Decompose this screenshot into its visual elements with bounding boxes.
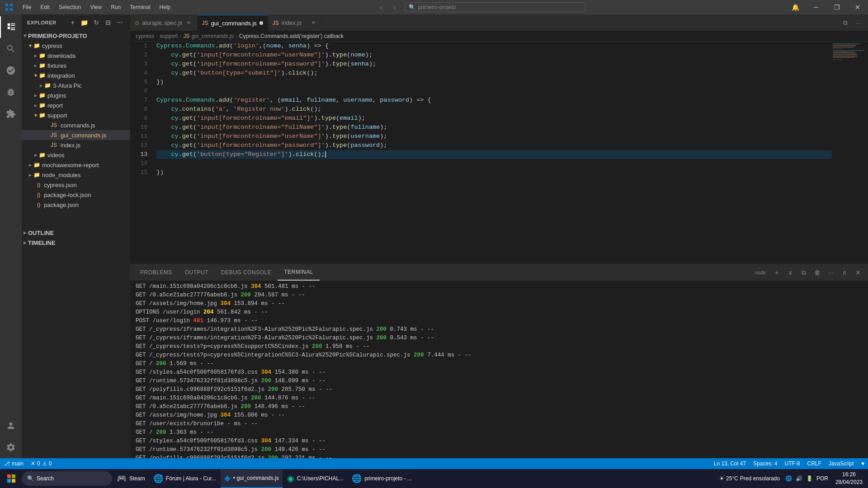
panel-tab-problems[interactable]: PROBLEMS — [134, 265, 179, 281]
notifications-button[interactable]: 🔔 — [785, 0, 806, 14]
delete-terminal-button[interactable]: 🗑 — [811, 266, 824, 279]
line-num-7: 7 — [130, 96, 147, 105]
term-line-1: GET /main.151c698a04206c1c8cb6.js 304 50… — [136, 282, 863, 291]
language-text: JavaScript — [829, 460, 854, 467]
terminal-output[interactable]: GET /main.151c698a04206c1c8cb6.js 304 50… — [130, 281, 868, 458]
command-palette[interactable]: 🔍 primeiro-projeto — [405, 2, 585, 12]
chevron-right-icon: ▸ — [24, 230, 26, 236]
cursor-position[interactable]: Ln 13, Col 47 — [710, 458, 750, 469]
tree-item-gui-commands-js[interactable]: JS gui_commands.js — [22, 130, 130, 140]
taskbar-vscode[interactable]: ◆ • gui_commands.js — [221, 469, 283, 488]
taskbar-cypress[interactable]: ◉ C:\Users\PICHAL... — [283, 469, 347, 488]
tree-item-integration[interactable]: ▾ 📁 integration — [22, 70, 130, 80]
taskbar-chrome[interactable]: 🌐 primeiro-projeto - ... — [348, 469, 415, 488]
close-panel-button[interactable]: ✕ — [852, 266, 864, 279]
menu-run[interactable]: Run — [106, 0, 125, 14]
menu-file[interactable]: File — [18, 0, 36, 14]
tree-item-plugins[interactable]: ▸ 📁 plugins — [22, 90, 130, 100]
maximize-panel-button[interactable]: ∧ — [838, 266, 851, 279]
add-terminal-button[interactable]: + — [770, 266, 783, 279]
tree-item-index-js[interactable]: JS index.js — [22, 140, 130, 150]
start-button[interactable] — [2, 469, 21, 488]
split-editor-button[interactable]: ⧉ — [839, 17, 852, 29]
language-mode[interactable]: JavaScript — [825, 458, 858, 469]
activity-search[interactable] — [0, 38, 22, 60]
tree-item-mochawesome[interactable]: ▸ 📁 mochawesome-report — [22, 160, 130, 170]
refresh-button[interactable]: ↻ — [91, 18, 101, 28]
nav-back-button[interactable]: ‹ — [375, 2, 387, 12]
json-file-icon: {} — [37, 192, 40, 197]
tree-item-package-json[interactable]: {} package.json — [22, 200, 130, 210]
minimize-button[interactable]: ─ — [806, 0, 826, 14]
code-editor[interactable]: 1 2 3 4 5 6 7 8 9 10 11 12 13 14 15 — [130, 42, 868, 264]
restore-button[interactable]: ❐ — [826, 0, 847, 14]
tree-item-alura-pic[interactable]: ▸ 📁 3-Alura Pic — [22, 80, 130, 90]
feedback-button[interactable]: ♥ — [858, 458, 868, 469]
tree-item-videos[interactable]: ▸ 📁 videos — [22, 150, 130, 160]
activity-account[interactable] — [0, 415, 22, 436]
outline-section[interactable]: ▸ OUTLINE — [22, 228, 130, 238]
activity-settings[interactable] — [0, 436, 22, 458]
tree-label-package-json: package.json — [44, 202, 79, 208]
activity-extensions[interactable] — [0, 103, 22, 125]
nav-forward-button[interactable]: › — [388, 2, 401, 12]
tree-item-report[interactable]: ▸ 📁 report — [22, 100, 130, 110]
panel-tabs: PROBLEMS OUTPUT DEBUG CONSOLE TERMINAL n… — [130, 264, 868, 281]
encoding[interactable]: UTF-8 — [781, 458, 804, 469]
tab-close-index[interactable]: ✕ — [310, 19, 317, 27]
tree-item-package-lock[interactable]: {} package-lock.json — [22, 190, 130, 200]
tree-item-commands-js[interactable]: JS commands.js — [22, 120, 130, 130]
tree-item-cypress[interactable]: ▾ 📁 cypress — [22, 41, 130, 51]
js-file-tab-icon: JS — [273, 20, 279, 26]
panel-tab-terminal[interactable]: TERMINAL — [278, 265, 320, 281]
minimap — [832, 42, 868, 264]
menu-terminal[interactable]: Terminal — [125, 0, 155, 14]
tree-item-fixtures[interactable]: ▸ 📁 fixtures — [22, 61, 130, 70]
terminal-dropdown-button[interactable]: ∨ — [784, 266, 797, 279]
tab-index-js[interactable]: JS index.js ✕ — [268, 15, 322, 31]
new-folder-button[interactable]: 📁 — [80, 18, 90, 28]
panel-tab-debug[interactable]: DEBUG CONSOLE — [215, 265, 278, 281]
breadcrumb-support[interactable]: support — [160, 33, 178, 39]
activity-debug[interactable] — [0, 81, 22, 103]
activity-source-control[interactable] — [0, 60, 22, 81]
menu-help[interactable]: Help — [155, 0, 175, 14]
breadcrumb-filename[interactable]: gui_commands.js — [191, 33, 233, 39]
menu-view[interactable]: View — [85, 0, 106, 14]
indentation[interactable]: Spaces: 4 — [750, 458, 781, 469]
breadcrumb-cypress[interactable]: cypress — [136, 33, 154, 39]
errors-status[interactable]: ✕ 0 ⚠ 0 — [27, 458, 55, 469]
menu-selection[interactable]: Selection — [54, 0, 85, 14]
taskbar-search[interactable]: 🔍 Search — [22, 471, 112, 486]
close-button[interactable]: ✕ — [847, 0, 868, 14]
tab-close-alurapic[interactable]: ✕ — [185, 19, 193, 27]
breadcrumb-callback[interactable]: Cypress.Commands.add('register') callbac… — [239, 33, 344, 39]
tab-alurapic-spec[interactable]: ⊙ alurapic.spec.js ✕ — [130, 15, 198, 31]
network-icon: 🌐 — [785, 475, 792, 482]
timeline-section[interactable]: ▸ TIMELINE — [22, 238, 130, 248]
collapse-all-button[interactable]: ⊟ — [103, 18, 113, 28]
activity-explorer[interactable] — [0, 16, 22, 38]
eol[interactable]: CRLF — [804, 458, 825, 469]
breadcrumb-js-icon: JS — [183, 33, 189, 39]
term-line-19: GET /styles.a54c0f500f6058176fd3.css 304… — [136, 437, 863, 446]
new-file-button[interactable]: + — [68, 18, 78, 28]
clock[interactable]: 16:26 28/04/2023 — [832, 471, 866, 486]
tree-item-support[interactable]: ▾ 📁 support — [22, 110, 130, 120]
menu-edit[interactable]: Edit — [36, 0, 54, 14]
more-actions-button[interactable]: ··· — [115, 18, 125, 28]
split-terminal-button[interactable]: ⧉ — [797, 266, 810, 279]
more-tabs-button[interactable]: ··· — [852, 17, 864, 29]
panel-tab-output[interactable]: OUTPUT — [179, 265, 215, 281]
taskbar-steam[interactable]: 🎮 Steam — [113, 469, 149, 488]
tree-item-downloads[interactable]: ▸ 📁 downloads — [22, 51, 130, 61]
taskbar-forum[interactable]: 🌐 Fórum | Alura - Cur... — [150, 469, 220, 488]
terminal-more-button[interactable]: ··· — [825, 266, 837, 279]
tree-item-cypress-json[interactable]: {} cypress.json — [22, 180, 130, 190]
folder-icon: 📁 — [33, 162, 40, 168]
branch-status[interactable]: ⎇ main — [0, 458, 27, 469]
code-content[interactable]: Cypress.Commands.add('login',(nome, senh… — [152, 42, 832, 264]
project-root[interactable]: ▾ PRIMEIRO-PROJETO — [22, 31, 130, 41]
tree-item-node-modules[interactable]: ▸ 📁 node_modules — [22, 170, 130, 180]
tab-gui-commands[interactable]: JS gui_commands.js — [198, 15, 268, 31]
